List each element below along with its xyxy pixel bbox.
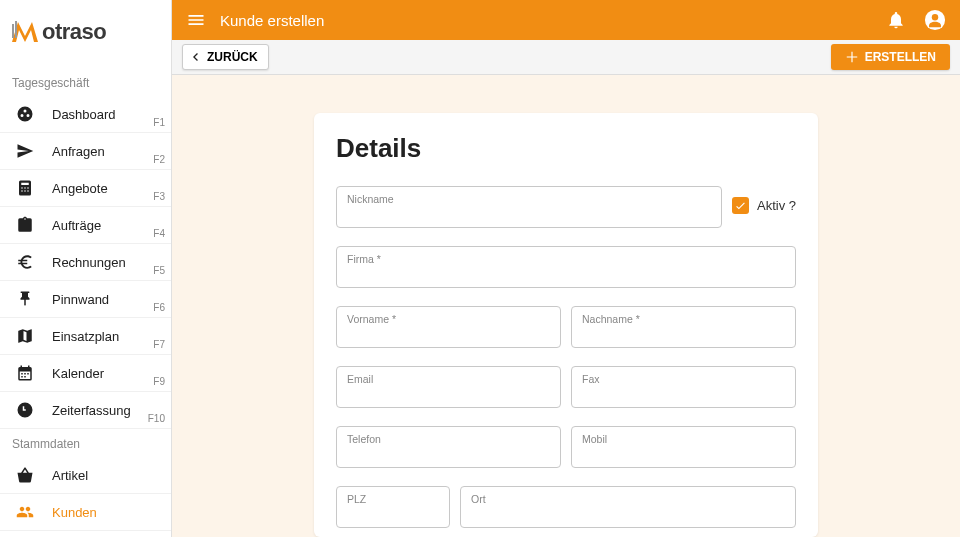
card-title: Details [336,133,796,164]
fax-field[interactable]: Fax [571,366,796,408]
field-label: Vorname * [347,313,550,325]
nav-section-master: Stammdaten [0,429,171,457]
svg-rect-0 [12,24,14,38]
svg-point-6 [27,187,29,189]
top-icons [886,9,946,31]
nickname-field[interactable]: Nickname [336,186,722,228]
nav-shortcut: F1 [153,117,165,128]
nav-auftraege[interactable]: Aufträge F4 [0,207,171,244]
nav-anfragen[interactable]: Anfragen F2 [0,133,171,170]
active-label: Aktiv ? [757,198,796,213]
svg-rect-3 [21,183,29,185]
euro-icon [14,253,36,271]
field-label: Telefon [347,433,550,445]
logo-mark [12,18,38,46]
nav-shortcut: F4 [153,228,165,239]
active-checkbox[interactable] [732,197,749,214]
nav-rechnungen[interactable]: Rechnungen F5 [0,244,171,281]
mobil-field[interactable]: Mobil [571,426,796,468]
svg-rect-1 [15,21,17,38]
svg-point-9 [27,190,29,192]
logo-text: otraso [42,19,106,45]
nav-label: Zeiterfassung [52,403,159,418]
nav-shortcut: F6 [153,302,165,313]
email-field[interactable]: Email [336,366,561,408]
field-label: PLZ [347,493,439,505]
nav-shortcut: F5 [153,265,165,276]
nav-shortcut: F7 [153,339,165,350]
plus-icon [845,50,859,64]
nav-label: Kalender [52,366,159,381]
nav-shortcut: F2 [153,154,165,165]
nav-label: Pinnwand [52,292,159,307]
action-row: ZURÜCK ERSTELLEN [172,40,960,75]
nachname-field[interactable]: Nachname * [571,306,796,348]
svg-point-11 [932,14,938,20]
svg-point-5 [24,187,26,189]
svg-point-7 [21,190,23,192]
field-label: Firma * [347,253,785,265]
field-label: Nachname * [582,313,785,325]
nav-shortcut: F10 [148,413,165,424]
svg-point-4 [21,187,23,189]
field-label: Fax [582,373,785,385]
clock-icon [14,401,36,419]
svg-point-8 [24,190,26,192]
chevron-left-icon [187,49,203,65]
nav-label: Dashboard [52,107,159,122]
nav-einsatzplan[interactable]: Einsatzplan F7 [0,318,171,355]
back-button[interactable]: ZURÜCK [182,44,269,70]
menu-button[interactable] [186,10,206,30]
field-label: Email [347,373,550,385]
nav-label: Anfragen [52,144,159,159]
nav-kunden[interactable]: Kunden [0,494,171,531]
calendar-icon [14,364,36,382]
nav-label: Artikel [52,468,159,483]
dashboard-icon [14,105,36,123]
plz-field[interactable]: PLZ [336,486,450,528]
nav-label: Aufträge [52,218,159,233]
paper-plane-icon [14,142,36,160]
nav-angebote[interactable]: Angebote F3 [0,170,171,207]
active-checkbox-wrap: Aktiv ? [732,186,796,214]
calculator-icon [14,179,36,197]
page-title: Kunde erstellen [220,12,886,29]
create-button[interactable]: ERSTELLEN [831,44,950,70]
users-icon [14,503,36,521]
nav-label: Einsatzplan [52,329,159,344]
logo: otraso [0,0,171,68]
bell-icon[interactable] [886,10,906,30]
nav-kalender[interactable]: Kalender F9 [0,355,171,392]
nav-artikel[interactable]: Artikel [0,457,171,494]
content: Details Nickname Aktiv ? Firma * Vorname… [172,75,960,537]
field-label: Nickname [347,193,711,205]
field-label: Mobil [582,433,785,445]
topbar: Kunde erstellen [172,0,960,40]
nav-zeiterfassung[interactable]: Zeiterfassung F10 [0,392,171,429]
vorname-field[interactable]: Vorname * [336,306,561,348]
ort-field[interactable]: Ort [460,486,796,528]
nav-pinnwand[interactable]: Pinnwand F6 [0,281,171,318]
nav-dashboard[interactable]: Dashboard F1 [0,96,171,133]
account-icon[interactable] [924,9,946,31]
nav-label: Angebote [52,181,159,196]
back-label: ZURÜCK [207,50,258,64]
nav-shortcut: F9 [153,376,165,387]
create-label: ERSTELLEN [865,50,936,64]
telefon-field[interactable]: Telefon [336,426,561,468]
clipboard-icon [14,216,36,234]
main: Kunde erstellen ZURÜCK ERSTELLEN Details… [172,0,960,537]
pin-icon [14,290,36,308]
field-label: Ort [471,493,785,505]
nav-shortcut: F3 [153,191,165,202]
nav-label: Rechnungen [52,255,159,270]
basket-icon [14,466,36,484]
map-icon [14,327,36,345]
nav-label: Kunden [52,505,159,520]
sidebar: otraso Tagesgeschäft Dashboard F1 Anfrag… [0,0,172,537]
details-card: Details Nickname Aktiv ? Firma * Vorname… [314,113,818,537]
nav-section-daily: Tagesgeschäft [0,68,171,96]
firma-field[interactable]: Firma * [336,246,796,288]
